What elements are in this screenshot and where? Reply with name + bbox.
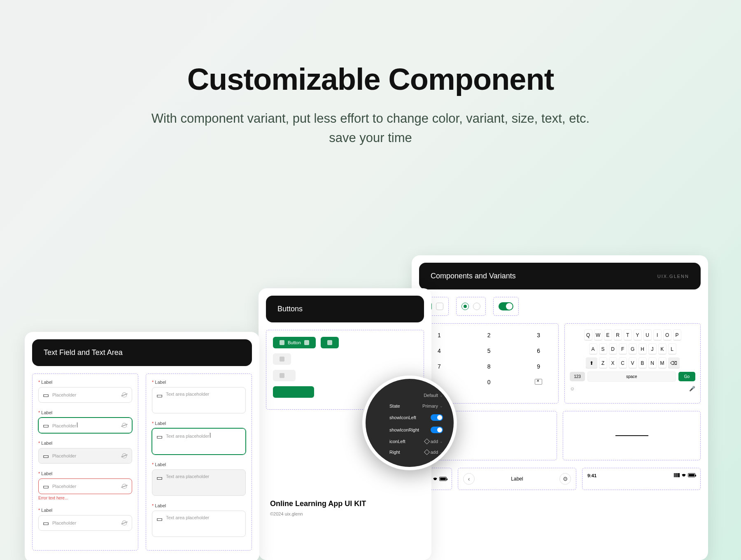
input-icon: ▭ [43, 519, 49, 527]
back-button[interactable]: ‹ [463, 473, 475, 485]
qwerty-key[interactable]: E [604, 329, 612, 340]
textarea[interactable]: ▭ Text area placeholder [152, 387, 246, 413]
field-label: Label [152, 380, 246, 385]
qwerty-key[interactable]: X [609, 357, 617, 368]
qwerty-key[interactable]: O [663, 329, 671, 340]
kit-title: Online Learning App UI KIT [270, 499, 420, 508]
qwerty-key[interactable]: M [658, 357, 666, 368]
qwerty-key[interactable]: B [638, 357, 647, 368]
qwerty-key[interactable]: G [629, 343, 637, 354]
status-bar-frame: 9:41 [582, 468, 701, 490]
field-label: Label [38, 410, 132, 415]
qwerty-key[interactable]: P [673, 329, 681, 340]
numpad-key[interactable]: 9 [531, 363, 546, 370]
qwerty-key[interactable]: Z [599, 357, 607, 368]
field-label: Label [38, 380, 132, 385]
qwerty-key[interactable]: S [599, 343, 607, 354]
radio-selected[interactable] [461, 303, 469, 310]
toggle-variants [493, 297, 519, 316]
mic-icon[interactable]: 🎤 [689, 386, 695, 392]
card-title: Components and Variants [431, 272, 516, 280]
button-primary[interactable]: Button [273, 337, 316, 348]
textarea-focused[interactable]: ▭ Text area placeholder [152, 428, 246, 455]
radio-unselected[interactable] [473, 303, 480, 310]
eye-off-icon[interactable] [121, 392, 128, 398]
input-icon: ▭ [156, 392, 163, 399]
numpad-key[interactable]: 2 [482, 332, 496, 338]
qwerty-key[interactable]: J [648, 343, 657, 354]
qwerty-key[interactable]: Y [634, 329, 642, 340]
qwerty-key[interactable]: I [653, 329, 662, 340]
qwerty-key[interactable]: D [609, 343, 617, 354]
qwerty-key[interactable]: Q [584, 329, 592, 340]
field-label: Label [152, 503, 246, 508]
numpad-key[interactable]: 0 [482, 379, 496, 386]
qwerty-key[interactable]: H [638, 343, 647, 354]
numpad-key[interactable]: 7 [432, 363, 447, 370]
checkbox-unchecked[interactable] [436, 303, 443, 310]
text-input[interactable]: ▭ Placeholder [38, 515, 132, 531]
toggle-on[interactable] [431, 414, 443, 421]
qwerty-key[interactable]: R [614, 329, 622, 340]
wifi-icon [433, 477, 438, 481]
input-icon: ▭ [156, 515, 163, 523]
field-label: Label [152, 421, 246, 426]
button-primary[interactable] [273, 386, 314, 398]
qwerty-key[interactable]: L [668, 343, 676, 354]
textarea[interactable]: ▭ Text area placeholder [152, 511, 246, 537]
eye-off-icon[interactable] [121, 422, 128, 429]
input-icon: ▭ [43, 483, 49, 490]
textarea-disabled: ▭ Text area placeholder [152, 469, 246, 496]
qwerty-key[interactable]: U [643, 329, 652, 340]
filter-button[interactable]: ⚙ [559, 473, 571, 485]
numpad-key[interactable]: 4 [432, 348, 447, 354]
textfield-variants: Label ▭ Placeholder Label ▭ Placeholder … [32, 373, 138, 551]
card-header: Buttons [266, 296, 424, 322]
space-key[interactable]: space [587, 371, 676, 382]
qwerty-key[interactable]: T [624, 329, 632, 340]
go-key[interactable]: Go [678, 372, 695, 381]
hero: Customizable Component With component va… [0, 0, 741, 147]
qwerty-key[interactable]: A [589, 343, 597, 354]
numpad-key[interactable]: 5 [482, 348, 496, 354]
brand-label: UIX.GLENN [657, 274, 689, 279]
qwerty-key[interactable]: W [594, 329, 602, 340]
status-time: 9:41 [587, 473, 597, 485]
numpad-key[interactable]: 1 [432, 332, 447, 338]
text-input-focused[interactable]: ▭ Placeholder [38, 418, 132, 433]
toggle-on[interactable] [431, 427, 443, 433]
numpad-key[interactable]: 6 [531, 348, 546, 354]
qwerty-key[interactable]: N [648, 357, 657, 368]
button-primary[interactable] [321, 337, 339, 348]
field-label: Label [152, 462, 246, 467]
button-secondary[interactable] [273, 353, 291, 365]
hero-subtitle: With component variant, put less effort … [0, 109, 741, 147]
error-text: Error text here... [38, 496, 132, 500]
qwerty-key[interactable]: C [619, 357, 627, 368]
emoji-icon[interactable]: ☺ [570, 386, 575, 392]
backspace-key[interactable]: ⌫ [668, 357, 680, 368]
backspace-icon[interactable] [531, 379, 546, 386]
button-secondary[interactable] [273, 370, 296, 381]
eye-off-icon [121, 453, 128, 459]
qwerty-key[interactable]: V [629, 357, 637, 368]
toggle-on[interactable] [499, 302, 513, 310]
input-icon: ▭ [43, 452, 49, 460]
eye-off-icon[interactable] [121, 520, 128, 526]
numbers-key[interactable]: 123 [570, 372, 585, 381]
qwerty-key[interactable]: F [619, 343, 627, 354]
text-input-disabled: ▭ Placeholder [38, 448, 132, 464]
hero-title: Customizable Component [0, 62, 741, 97]
eye-off-icon[interactable] [121, 483, 128, 490]
numpad-key[interactable]: 3 [531, 332, 546, 338]
empty-frame [563, 411, 701, 460]
text-input[interactable]: ▭ Placeholder [38, 387, 132, 403]
shift-key[interactable]: ⬆ [586, 357, 597, 368]
kit-copyright: ©2024 uix.glenn [270, 511, 420, 516]
numpad-key[interactable]: 8 [482, 363, 496, 370]
radio-variants [456, 297, 486, 316]
qwerty-key[interactable]: K [658, 343, 666, 354]
text-input-error[interactable]: ▭ Placeholder [38, 478, 132, 494]
textfield-card: Text Field and Text Area Label ▭ Placeho… [25, 332, 259, 560]
nav-label: Label [511, 476, 523, 482]
